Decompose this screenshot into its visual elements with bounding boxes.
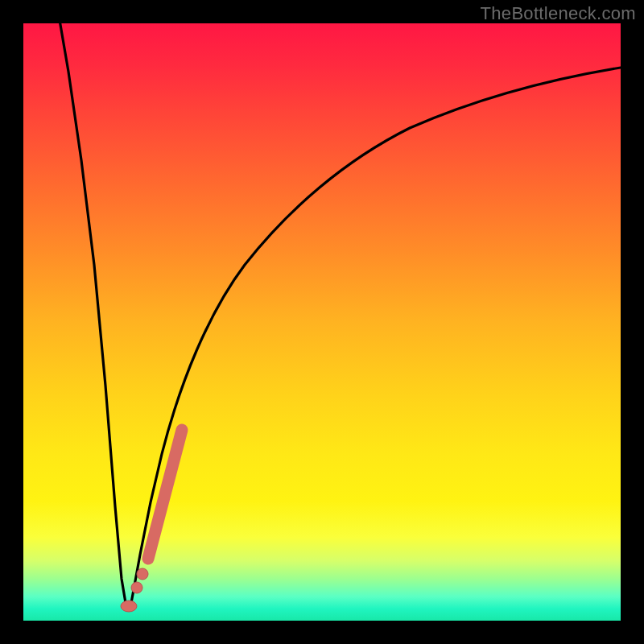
bottleneck-curve	[59, 23, 621, 608]
chart-svg	[23, 23, 621, 621]
marker-dot-b	[137, 568, 148, 580]
plot-area	[23, 23, 621, 621]
marker-dot-a	[131, 582, 142, 593]
attribution-text: TheBottleneck.com	[481, 3, 636, 24]
marker-end-lower	[121, 601, 137, 612]
chart-frame: TheBottleneck.com	[0, 0, 644, 644]
